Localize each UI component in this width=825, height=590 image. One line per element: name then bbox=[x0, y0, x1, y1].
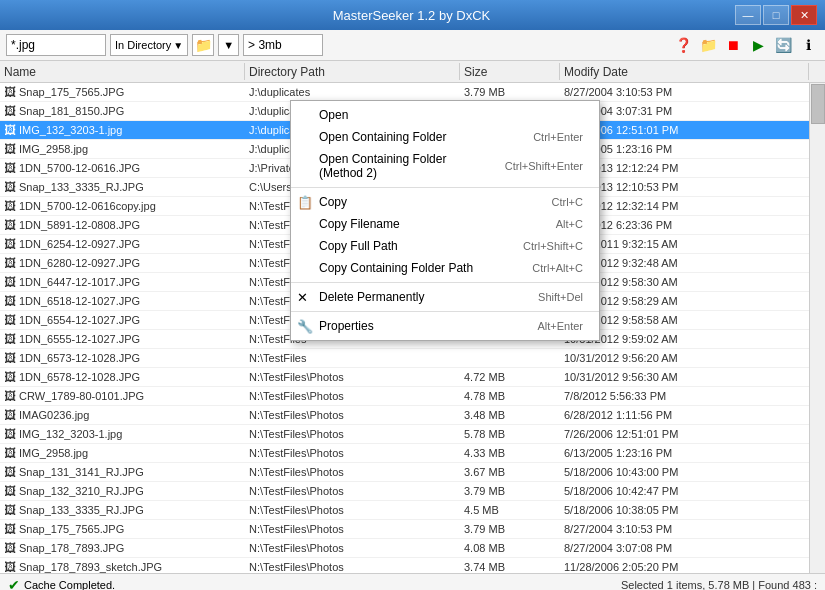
table-row[interactable]: 🖼 IMAG0236.jpg N:\TestFiles\Photos 3.48 … bbox=[0, 406, 825, 425]
filename-text: IMG_2958.jpg bbox=[19, 447, 88, 459]
ctx-item-shortcut: Alt+Enter bbox=[537, 320, 583, 332]
window-controls[interactable]: — □ ✕ bbox=[735, 5, 817, 25]
search-input[interactable] bbox=[6, 34, 106, 56]
filename-text: 1DN_5700-12-0616copy.jpg bbox=[19, 200, 156, 212]
folder-button[interactable]: 📁 bbox=[697, 34, 719, 56]
file-icon: 🖼 bbox=[4, 123, 16, 137]
context-menu-item[interactable]: 📋 Copy Ctrl+C bbox=[291, 191, 599, 213]
column-headers: Name Directory Path Size Modify Date bbox=[0, 61, 825, 83]
table-row[interactable]: 🖼 Snap_131_3141_RJ.JPG N:\TestFiles\Phot… bbox=[0, 463, 825, 482]
file-icon: 🖼 bbox=[4, 446, 16, 460]
ctx-item-label: Copy Containing Folder Path bbox=[319, 261, 473, 275]
file-icon: 🖼 bbox=[4, 427, 16, 441]
ctx-item-label: Copy Filename bbox=[319, 217, 400, 231]
context-menu-item[interactable]: 🔧 Properties Alt+Enter bbox=[291, 315, 599, 337]
filename-text: Snap_133_3335_RJ.JPG bbox=[19, 504, 144, 516]
cell-size: 4.72 MB bbox=[460, 371, 560, 383]
context-menu-item[interactable]: ✕ Delete Permanently Shift+Del bbox=[291, 286, 599, 308]
help-button[interactable]: ❓ bbox=[672, 34, 694, 56]
filename-text: IMAG0236.jpg bbox=[19, 409, 89, 421]
cell-dir: J:\duplicates bbox=[245, 86, 460, 98]
context-menu-item[interactable]: Open bbox=[291, 104, 599, 126]
cell-dir: N:\TestFiles\Photos bbox=[245, 504, 460, 516]
cell-dir: N:\TestFiles\Photos bbox=[245, 542, 460, 554]
info-button[interactable]: ℹ bbox=[797, 34, 819, 56]
cell-size: 4.5 MB bbox=[460, 504, 560, 516]
filename-text: Snap_175_7565.JPG bbox=[19, 523, 124, 535]
table-row[interactable]: 🖼 Snap_178_7893.JPG N:\TestFiles\Photos … bbox=[0, 539, 825, 558]
table-row[interactable]: 🖼 1DN_6573-12-1028.JPG N:\TestFiles 10/3… bbox=[0, 349, 825, 368]
toolbar-icons: ❓ 📁 ⏹ ▶ 🔄 ℹ bbox=[672, 34, 819, 56]
table-row[interactable]: 🖼 Snap_132_3210_RJ.JPG N:\TestFiles\Phot… bbox=[0, 482, 825, 501]
directory-dropdown[interactable]: In Directory ▼ bbox=[110, 34, 188, 56]
size-filter-input[interactable] bbox=[243, 34, 323, 56]
cell-dir: N:\TestFiles\Photos bbox=[245, 409, 460, 421]
cell-filename: 🖼 1DN_6573-12-1028.JPG bbox=[0, 351, 245, 365]
ctx-item-shortcut: Ctrl+Alt+C bbox=[532, 262, 583, 274]
table-row[interactable]: 🖼 Snap_175_7565.JPG N:\TestFiles\Photos … bbox=[0, 520, 825, 539]
context-menu-separator bbox=[291, 311, 599, 312]
cell-size: 3.48 MB bbox=[460, 409, 560, 421]
close-button[interactable]: ✕ bbox=[791, 5, 817, 25]
folder-nav-dropdown[interactable]: ▼ bbox=[218, 34, 239, 56]
filename-text: IMG_132_3203-1.jpg bbox=[19, 124, 122, 136]
ctx-item-label: Properties bbox=[319, 319, 374, 333]
table-row[interactable]: 🖼 Snap_133_3335_RJ.JPG N:\TestFiles\Phot… bbox=[0, 501, 825, 520]
app-title: MasterSeeker 1.2 by DxCK bbox=[88, 8, 735, 23]
context-menu-item[interactable]: Open Containing Folder Ctrl+Enter bbox=[291, 126, 599, 148]
cell-dir: N:\TestFiles\Photos bbox=[245, 390, 460, 402]
refresh-button[interactable]: 🔄 bbox=[772, 34, 794, 56]
cell-filename: 🖼 Snap_175_7565.JPG bbox=[0, 522, 245, 536]
filename-text: 1DN_6280-12-0927.JPG bbox=[19, 257, 140, 269]
file-icon: 🖼 bbox=[4, 351, 16, 365]
ctx-item-shortcut: Ctrl+Shift+C bbox=[523, 240, 583, 252]
col-header-size[interactable]: Size bbox=[460, 63, 560, 80]
ctx-item-shortcut: Ctrl+C bbox=[552, 196, 583, 208]
cell-size: 4.33 MB bbox=[460, 447, 560, 459]
cell-date: 6/13/2005 1:23:16 PM bbox=[560, 447, 825, 459]
file-icon: 🖼 bbox=[4, 408, 16, 422]
toolbar: In Directory ▼ 📁 ▼ ❓ 📁 ⏹ ▶ 🔄 ℹ bbox=[0, 30, 825, 61]
file-icon: 🖼 bbox=[4, 313, 16, 327]
cell-size: 4.78 MB bbox=[460, 390, 560, 402]
table-row[interactable]: 🖼 1DN_6578-12-1028.JPG N:\TestFiles\Phot… bbox=[0, 368, 825, 387]
browse-folder-button[interactable]: 📁 bbox=[192, 34, 214, 56]
scrollbar-thumb[interactable] bbox=[811, 84, 825, 124]
col-header-date[interactable]: Modify Date bbox=[560, 63, 809, 80]
file-icon: 🖼 bbox=[4, 161, 16, 175]
context-menu-item[interactable]: Open Containing Folder (Method 2) Ctrl+S… bbox=[291, 148, 599, 184]
ctx-item-shortcut: Ctrl+Enter bbox=[533, 131, 583, 143]
status-left: ✔ Cache Completed. bbox=[8, 577, 115, 591]
context-menu-item[interactable]: Copy Containing Folder Path Ctrl+Alt+C bbox=[291, 257, 599, 279]
ctx-item-label: Open Containing Folder bbox=[319, 130, 446, 144]
cell-filename: 🖼 1DN_6555-12-1027.JPG bbox=[0, 332, 245, 346]
stop-button[interactable]: ⏹ bbox=[722, 34, 744, 56]
cell-filename: 🖼 IMAG0236.jpg bbox=[0, 408, 245, 422]
cell-date: 10/31/2012 9:56:20 AM bbox=[560, 352, 825, 364]
file-icon: 🖼 bbox=[4, 294, 16, 308]
scrollbar[interactable] bbox=[809, 83, 825, 573]
col-header-name[interactable]: Name bbox=[0, 63, 245, 80]
file-icon: 🖼 bbox=[4, 275, 16, 289]
context-menu-item[interactable]: Copy Full Path Ctrl+Shift+C bbox=[291, 235, 599, 257]
minimize-button[interactable]: — bbox=[735, 5, 761, 25]
filename-text: 1DN_6254-12-0927.JPG bbox=[19, 238, 140, 250]
cell-dir: N:\TestFiles\Photos bbox=[245, 466, 460, 478]
table-row[interactable]: 🖼 CRW_1789-80-0101.JPG N:\TestFiles\Phot… bbox=[0, 387, 825, 406]
maximize-button[interactable]: □ bbox=[763, 5, 789, 25]
cell-filename: 🖼 Snap_181_8150.JPG bbox=[0, 104, 245, 118]
cell-dir: N:\TestFiles\Photos bbox=[245, 371, 460, 383]
table-row[interactable]: 🖼 IMG_2958.jpg N:\TestFiles\Photos 4.33 … bbox=[0, 444, 825, 463]
cell-dir: N:\TestFiles\Photos bbox=[245, 523, 460, 535]
ctx-item-label: Copy Full Path bbox=[319, 239, 398, 253]
go-button[interactable]: ▶ bbox=[747, 34, 769, 56]
dropdown-arrow-icon: ▼ bbox=[173, 40, 183, 51]
ctx-item-shortcut: Alt+C bbox=[556, 218, 583, 230]
col-header-dir[interactable]: Directory Path bbox=[245, 63, 460, 80]
context-menu-item[interactable]: Copy Filename Alt+C bbox=[291, 213, 599, 235]
cell-date: 8/27/2004 3:07:08 PM bbox=[560, 542, 825, 554]
cell-date: 7/26/2006 12:51:01 PM bbox=[560, 428, 825, 440]
cell-date: 5/18/2006 10:43:00 PM bbox=[560, 466, 825, 478]
table-row[interactable]: 🖼 IMG_132_3203-1.jpg N:\TestFiles\Photos… bbox=[0, 425, 825, 444]
table-row[interactable]: 🖼 Snap_178_7893_sketch.JPG N:\TestFiles\… bbox=[0, 558, 825, 573]
